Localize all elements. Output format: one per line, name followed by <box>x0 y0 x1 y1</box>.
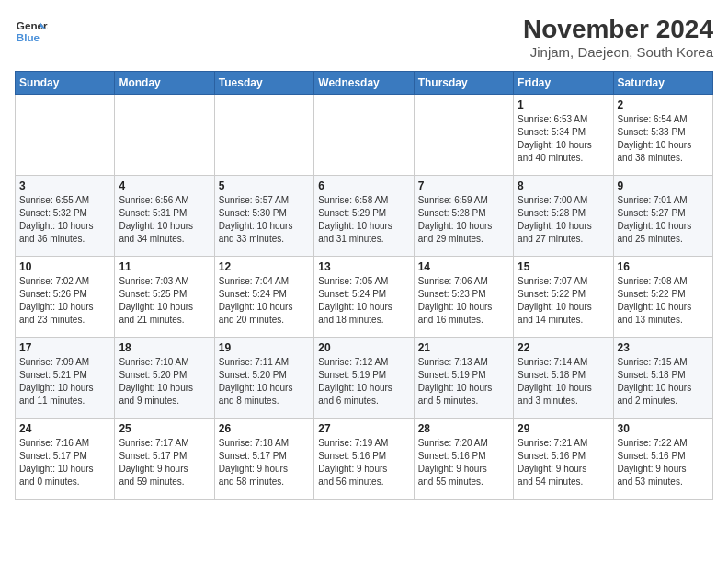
day-number: 2 <box>618 98 709 111</box>
day-number: 10 <box>19 260 110 273</box>
day-info: Sunrise: 6:58 AM Sunset: 5:29 PM Dayligh… <box>318 194 409 246</box>
svg-text:General: General <box>17 19 48 31</box>
calendar-day-cell: 16Sunrise: 7:08 AM Sunset: 5:22 PM Dayli… <box>613 257 712 338</box>
day-info: Sunrise: 7:03 AM Sunset: 5:25 PM Dayligh… <box>119 275 210 327</box>
title-section: November 2024 Jinjam, Daejeon, South Kor… <box>523 15 713 60</box>
svg-text:Blue: Blue <box>17 31 40 43</box>
calendar-day-cell: 1Sunrise: 6:53 AM Sunset: 5:34 PM Daylig… <box>514 95 613 176</box>
day-number: 28 <box>418 422 509 435</box>
day-info: Sunrise: 6:57 AM Sunset: 5:30 PM Dayligh… <box>219 194 310 246</box>
calendar-day-cell: 29Sunrise: 7:21 AM Sunset: 5:16 PM Dayli… <box>514 419 613 500</box>
day-info: Sunrise: 7:09 AM Sunset: 5:21 PM Dayligh… <box>19 356 110 408</box>
day-number: 3 <box>19 179 110 192</box>
day-number: 4 <box>119 179 210 192</box>
day-info: Sunrise: 7:10 AM Sunset: 5:20 PM Dayligh… <box>119 356 210 408</box>
calendar-day-cell: 17Sunrise: 7:09 AM Sunset: 5:21 PM Dayli… <box>16 338 115 419</box>
calendar-day-cell: 5Sunrise: 6:57 AM Sunset: 5:30 PM Daylig… <box>214 176 313 257</box>
day-info: Sunrise: 7:05 AM Sunset: 5:24 PM Dayligh… <box>318 275 409 327</box>
day-info: Sunrise: 7:14 AM Sunset: 5:18 PM Dayligh… <box>518 356 609 408</box>
day-info: Sunrise: 7:06 AM Sunset: 5:23 PM Dayligh… <box>418 275 509 327</box>
day-number: 22 <box>518 341 609 354</box>
calendar-day-cell: 9Sunrise: 7:01 AM Sunset: 5:27 PM Daylig… <box>613 176 712 257</box>
calendar-week-row: 10Sunrise: 7:02 AM Sunset: 5:26 PM Dayli… <box>16 257 713 338</box>
day-number: 19 <box>219 341 310 354</box>
calendar-day-cell <box>16 95 115 176</box>
day-info: Sunrise: 7:08 AM Sunset: 5:22 PM Dayligh… <box>618 275 709 327</box>
day-number: 27 <box>318 422 409 435</box>
calendar-day-cell: 30Sunrise: 7:22 AM Sunset: 5:16 PM Dayli… <box>613 419 712 500</box>
day-number: 9 <box>618 179 709 192</box>
day-info: Sunrise: 7:04 AM Sunset: 5:24 PM Dayligh… <box>219 275 310 327</box>
calendar-day-cell: 15Sunrise: 7:07 AM Sunset: 5:22 PM Dayli… <box>514 257 613 338</box>
calendar-day-cell: 18Sunrise: 7:10 AM Sunset: 5:20 PM Dayli… <box>115 338 214 419</box>
weekday-header: Monday <box>115 72 214 95</box>
calendar-day-cell: 7Sunrise: 6:59 AM Sunset: 5:28 PM Daylig… <box>414 176 513 257</box>
day-info: Sunrise: 6:55 AM Sunset: 5:32 PM Dayligh… <box>19 194 110 246</box>
day-info: Sunrise: 7:12 AM Sunset: 5:19 PM Dayligh… <box>318 356 409 408</box>
calendar-day-cell: 25Sunrise: 7:17 AM Sunset: 5:17 PM Dayli… <box>115 419 214 500</box>
calendar-day-cell: 23Sunrise: 7:15 AM Sunset: 5:18 PM Dayli… <box>613 338 712 419</box>
day-number: 7 <box>418 179 509 192</box>
calendar-day-cell: 11Sunrise: 7:03 AM Sunset: 5:25 PM Dayli… <box>115 257 214 338</box>
day-info: Sunrise: 6:56 AM Sunset: 5:31 PM Dayligh… <box>119 194 210 246</box>
day-number: 11 <box>119 260 210 273</box>
day-number: 15 <box>518 260 609 273</box>
calendar-day-cell: 4Sunrise: 6:56 AM Sunset: 5:31 PM Daylig… <box>115 176 214 257</box>
calendar-day-cell <box>214 95 313 176</box>
calendar-day-cell <box>115 95 214 176</box>
day-info: Sunrise: 7:19 AM Sunset: 5:16 PM Dayligh… <box>318 437 409 488</box>
day-number: 17 <box>19 341 110 354</box>
weekday-header: Sunday <box>16 72 115 95</box>
calendar-day-cell: 2Sunrise: 6:54 AM Sunset: 5:33 PM Daylig… <box>613 95 712 176</box>
weekday-header: Wednesday <box>314 72 414 95</box>
day-number: 6 <box>318 179 409 192</box>
day-info: Sunrise: 7:13 AM Sunset: 5:19 PM Dayligh… <box>418 356 509 408</box>
day-number: 20 <box>318 341 409 354</box>
day-number: 30 <box>618 422 709 435</box>
day-info: Sunrise: 6:53 AM Sunset: 5:34 PM Dayligh… <box>518 113 609 165</box>
weekday-header: Friday <box>514 72 613 95</box>
calendar-day-cell: 13Sunrise: 7:05 AM Sunset: 5:24 PM Dayli… <box>314 257 414 338</box>
calendar-week-row: 1Sunrise: 6:53 AM Sunset: 5:34 PM Daylig… <box>16 95 713 176</box>
logo: General Blue <box>15 15 48 48</box>
day-info: Sunrise: 7:11 AM Sunset: 5:20 PM Dayligh… <box>219 356 310 408</box>
calendar-week-row: 3Sunrise: 6:55 AM Sunset: 5:32 PM Daylig… <box>16 176 713 257</box>
day-number: 26 <box>219 422 310 435</box>
month-title: November 2024 <box>523 15 713 44</box>
day-info: Sunrise: 7:00 AM Sunset: 5:28 PM Dayligh… <box>518 194 609 246</box>
day-info: Sunrise: 7:17 AM Sunset: 5:17 PM Dayligh… <box>119 437 210 488</box>
calendar-day-cell <box>314 95 414 176</box>
calendar-day-cell: 24Sunrise: 7:16 AM Sunset: 5:17 PM Dayli… <box>16 419 115 500</box>
day-number: 24 <box>19 422 110 435</box>
calendar-day-cell <box>414 95 513 176</box>
weekday-header: Tuesday <box>214 72 313 95</box>
calendar-day-cell: 8Sunrise: 7:00 AM Sunset: 5:28 PM Daylig… <box>514 176 613 257</box>
calendar-day-cell: 20Sunrise: 7:12 AM Sunset: 5:19 PM Dayli… <box>314 338 414 419</box>
day-number: 21 <box>418 341 509 354</box>
day-number: 8 <box>518 179 609 192</box>
day-number: 16 <box>618 260 709 273</box>
calendar-table: SundayMondayTuesdayWednesdayThursdayFrid… <box>15 71 713 500</box>
weekday-header: Thursday <box>414 72 513 95</box>
day-number: 25 <box>119 422 210 435</box>
page-header: General Blue November 2024 Jinjam, Daeje… <box>15 15 713 60</box>
day-number: 14 <box>418 260 509 273</box>
calendar-day-cell: 21Sunrise: 7:13 AM Sunset: 5:19 PM Dayli… <box>414 338 513 419</box>
calendar-week-row: 17Sunrise: 7:09 AM Sunset: 5:21 PM Dayli… <box>16 338 713 419</box>
calendar-week-row: 24Sunrise: 7:16 AM Sunset: 5:17 PM Dayli… <box>16 419 713 500</box>
day-info: Sunrise: 6:54 AM Sunset: 5:33 PM Dayligh… <box>618 113 709 165</box>
calendar-day-cell: 26Sunrise: 7:18 AM Sunset: 5:17 PM Dayli… <box>214 419 313 500</box>
calendar-day-cell: 6Sunrise: 6:58 AM Sunset: 5:29 PM Daylig… <box>314 176 414 257</box>
day-info: Sunrise: 7:18 AM Sunset: 5:17 PM Dayligh… <box>219 437 310 488</box>
calendar-day-cell: 3Sunrise: 6:55 AM Sunset: 5:32 PM Daylig… <box>16 176 115 257</box>
location-title: Jinjam, Daejeon, South Korea <box>523 44 713 60</box>
day-info: Sunrise: 7:07 AM Sunset: 5:22 PM Dayligh… <box>518 275 609 327</box>
day-number: 5 <box>219 179 310 192</box>
logo-icon: General Blue <box>15 15 48 48</box>
calendar-day-cell: 27Sunrise: 7:19 AM Sunset: 5:16 PM Dayli… <box>314 419 414 500</box>
day-info: Sunrise: 7:02 AM Sunset: 5:26 PM Dayligh… <box>19 275 110 327</box>
day-info: Sunrise: 7:21 AM Sunset: 5:16 PM Dayligh… <box>518 437 609 488</box>
day-number: 18 <box>119 341 210 354</box>
day-number: 23 <box>618 341 709 354</box>
calendar-day-cell: 10Sunrise: 7:02 AM Sunset: 5:26 PM Dayli… <box>16 257 115 338</box>
